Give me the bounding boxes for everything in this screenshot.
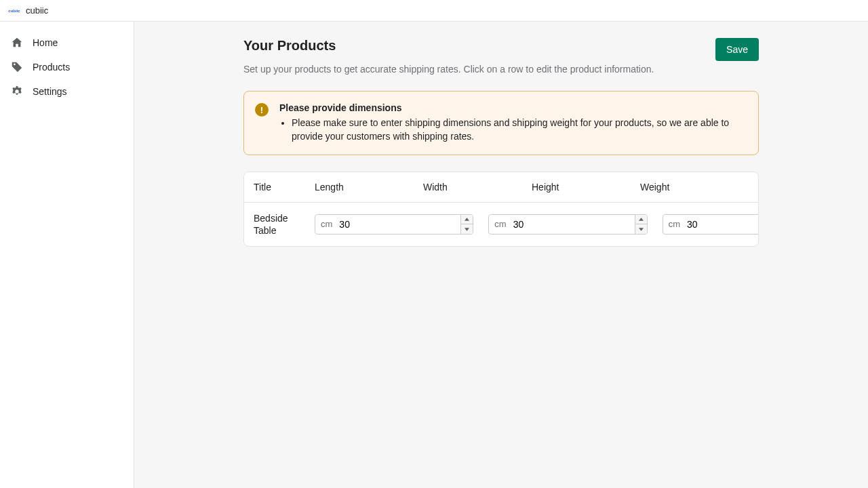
banner-body: Please make sure to enter shipping dimen… bbox=[292, 116, 747, 144]
col-header-title: Title bbox=[254, 182, 315, 192]
products-table: Title Length Width Height Weight Bedside… bbox=[243, 171, 759, 247]
step-down-icon[interactable] bbox=[635, 224, 647, 234]
step-down-icon[interactable] bbox=[461, 224, 473, 234]
unit-label: cm bbox=[315, 219, 336, 229]
col-header-length: Length bbox=[315, 182, 423, 192]
gear-icon bbox=[11, 85, 23, 98]
col-header-height: Height bbox=[532, 182, 640, 192]
length-field[interactable]: cm bbox=[315, 214, 473, 235]
width-field[interactable]: cm bbox=[488, 214, 647, 235]
sidebar-item-settings[interactable]: Settings bbox=[5, 81, 128, 102]
length-input[interactable] bbox=[336, 219, 460, 230]
sidebar-item-home[interactable]: Home bbox=[5, 33, 128, 53]
height-field[interactable]: cm bbox=[663, 214, 759, 235]
sidebar: Home Products Settings bbox=[0, 22, 134, 488]
height-input[interactable] bbox=[684, 219, 759, 230]
col-header-weight: Weight bbox=[640, 182, 749, 192]
tag-icon bbox=[11, 61, 23, 73]
width-input[interactable] bbox=[511, 219, 635, 230]
save-button[interactable]: Save bbox=[715, 38, 759, 61]
app-name: cubiic bbox=[26, 5, 48, 16]
page-title: Your Products bbox=[243, 38, 336, 54]
table-row[interactable]: Bedside Table cm cm bbox=[244, 203, 758, 246]
warning-icon: ! bbox=[255, 103, 269, 117]
page-subtitle: Set up your products to get accurate shi… bbox=[243, 64, 759, 75]
col-header-width: Width bbox=[423, 182, 532, 192]
home-icon bbox=[11, 37, 23, 49]
sidebar-item-label: Settings bbox=[33, 86, 67, 97]
banner-title: Please provide dimensions bbox=[279, 102, 747, 113]
unit-label: cm bbox=[663, 219, 684, 229]
unit-label: cm bbox=[489, 219, 510, 229]
main-content: Your Products Save Set up your products … bbox=[134, 22, 868, 488]
width-stepper bbox=[635, 215, 647, 234]
sidebar-item-label: Home bbox=[33, 37, 58, 48]
topbar: cubiic cubiic bbox=[0, 0, 868, 22]
table-header: Title Length Width Height Weight bbox=[244, 172, 758, 203]
sidebar-item-label: Products bbox=[33, 62, 70, 73]
length-stepper bbox=[460, 215, 473, 234]
sidebar-item-products[interactable]: Products bbox=[5, 57, 128, 77]
step-up-icon[interactable] bbox=[635, 215, 647, 225]
warning-banner: ! Please provide dimensions Please make … bbox=[243, 91, 759, 155]
app-logo: cubiic bbox=[8, 7, 20, 15]
product-title: Bedside Table bbox=[254, 212, 315, 237]
step-up-icon[interactable] bbox=[461, 215, 473, 225]
